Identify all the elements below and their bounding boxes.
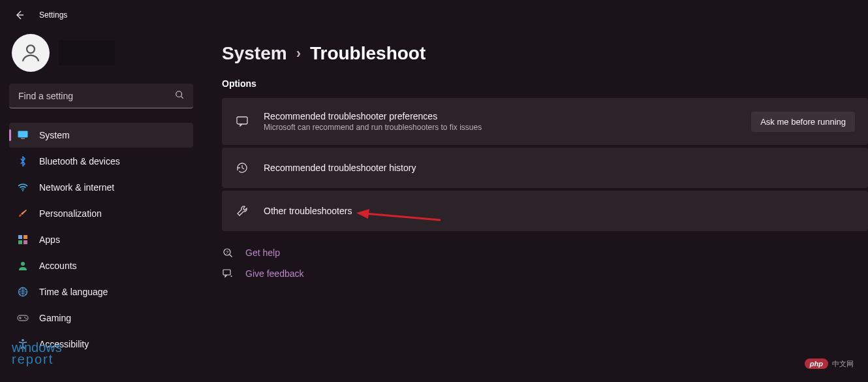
svg-point-9 <box>21 262 25 266</box>
main-content: System › Troubleshoot Options Recommende… <box>202 30 868 382</box>
feedback-link[interactable]: Give feedback <box>222 268 868 279</box>
svg-rect-15 <box>237 117 247 124</box>
search-field[interactable] <box>9 84 193 108</box>
search-icon <box>175 90 184 102</box>
svg-rect-2 <box>18 131 28 138</box>
profile-block[interactable] <box>9 34 193 72</box>
wrench-icon <box>235 204 249 218</box>
card-action-dropdown[interactable]: Ask me before running <box>751 112 855 132</box>
app-title: Settings <box>39 10 67 20</box>
gamepad-icon <box>17 312 29 324</box>
sidebar-item-label: Bluetooth & devices <box>39 156 120 167</box>
card-title: Recommended troubleshooter preferences <box>264 111 737 121</box>
feedback-label: Give feedback <box>245 268 304 279</box>
apps-icon <box>17 234 29 246</box>
nav-list: SystemBluetooth & devicesNetwork & inter… <box>9 123 193 357</box>
titlebar: Settings <box>0 0 868 30</box>
sidebar-item-label: Apps <box>39 234 60 245</box>
card-title: Other troubleshooters <box>264 206 855 216</box>
svg-point-12 <box>24 317 25 318</box>
sidebar-item-label: Time & language <box>39 287 108 297</box>
card-title: Recommended troubleshooter history <box>264 163 855 173</box>
get-help-label: Get help <box>245 247 280 258</box>
sidebar-item-personalization[interactable]: Personalization <box>9 201 193 226</box>
svg-rect-5 <box>18 235 22 239</box>
accessibility-icon <box>17 338 29 350</box>
sidebar-item-system[interactable]: System <box>9 123 193 148</box>
wifi-icon <box>17 182 29 193</box>
settings-card[interactable]: Recommended troubleshooter preferencesMi… <box>222 98 868 145</box>
settings-card[interactable]: Recommended troubleshooter history <box>222 148 868 188</box>
svg-point-13 <box>25 318 27 319</box>
history-icon <box>235 161 249 175</box>
svg-point-14 <box>22 339 24 342</box>
help-links: ? Get help Give feedback <box>222 247 868 279</box>
sidebar-item-label: System <box>39 130 70 140</box>
bluetooth-icon <box>17 155 29 167</box>
svg-rect-3 <box>21 138 25 140</box>
back-button[interactable] <box>13 8 26 22</box>
sidebar-item-bluetooth-devices[interactable]: Bluetooth & devices <box>9 149 193 174</box>
sidebar-item-accessibility[interactable]: Accessibility <box>9 332 193 357</box>
sidebar-item-label: Accounts <box>39 261 77 271</box>
person-icon <box>20 42 42 64</box>
card-subtitle: Microsoft can recommend and run troubles… <box>264 123 737 132</box>
badge-text: 中文网 <box>832 359 854 369</box>
settings-card[interactable]: Other troubleshooters <box>222 191 868 231</box>
globe-clock-icon <box>17 286 29 298</box>
arrow-left-icon <box>14 10 25 20</box>
avatar <box>12 34 50 72</box>
monitor-icon <box>17 129 29 141</box>
section-title: Options <box>222 78 868 89</box>
breadcrumb-current: Troubleshoot <box>310 43 426 64</box>
feedback-icon <box>222 268 234 279</box>
sidebar-item-time-language[interactable]: Time & language <box>9 279 193 304</box>
svg-rect-7 <box>18 240 22 244</box>
help-icon: ? <box>222 247 234 259</box>
profile-name <box>59 40 115 65</box>
svg-rect-6 <box>23 235 27 239</box>
breadcrumb-root[interactable]: System <box>222 43 287 64</box>
php-pill: php <box>805 358 828 369</box>
cards-list: Recommended troubleshooter preferencesMi… <box>222 98 868 231</box>
svg-point-1 <box>176 91 182 97</box>
chat-icon <box>235 114 249 129</box>
sidebar-item-label: Accessibility <box>39 339 89 349</box>
sidebar-item-label: Network & internet <box>39 182 114 193</box>
svg-rect-8 <box>23 240 27 244</box>
search-input[interactable] <box>9 84 193 108</box>
svg-point-4 <box>22 190 23 191</box>
sidebar-item-gaming[interactable]: Gaming <box>9 306 193 330</box>
chevron-right-icon: › <box>296 45 301 62</box>
sidebar-item-apps[interactable]: Apps <box>9 227 193 252</box>
svg-rect-20 <box>223 270 230 275</box>
breadcrumb: System › Troubleshoot <box>222 43 868 64</box>
sidebar-item-network-internet[interactable]: Network & internet <box>9 175 193 200</box>
sidebar: SystemBluetooth & devicesNetwork & inter… <box>0 30 202 382</box>
sidebar-item-label: Gaming <box>39 313 71 323</box>
sidebar-item-label: Personalization <box>39 208 102 219</box>
paintbrush-icon <box>17 208 29 219</box>
get-help-link[interactable]: ? Get help <box>222 247 868 259</box>
svg-point-21 <box>231 276 232 277</box>
source-badge: php 中文网 <box>805 358 854 369</box>
sidebar-item-accounts[interactable]: Accounts <box>9 253 193 278</box>
person-icon <box>17 260 29 272</box>
svg-text:?: ? <box>226 250 228 255</box>
svg-point-0 <box>27 45 35 53</box>
